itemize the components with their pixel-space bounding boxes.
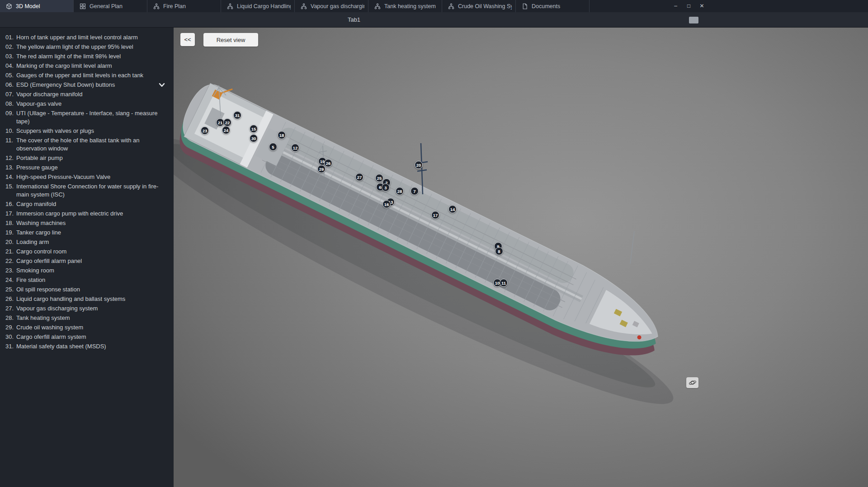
tab-general-plan[interactable]: General Plan (74, 0, 147, 12)
ship-marker-26[interactable]: 26 (324, 159, 332, 167)
tab-3d-model[interactable]: 3D Model (0, 0, 74, 12)
ship-marker-18[interactable]: 18 (278, 131, 286, 139)
tab-documents[interactable]: Documents (516, 0, 590, 12)
system-icon (153, 3, 160, 9)
minimize-button[interactable]: – (669, 0, 682, 12)
viewport-3d[interactable]: 23 24 21 22 31 15 30 18 5 12 19 26 29 27… (174, 28, 868, 487)
sidebar-item-27[interactable]: 27. Vapour gas discharging system (0, 304, 174, 313)
sidebar-equipment-list: 01. Horn of tank upper and limit level c… (0, 28, 174, 487)
ship-3d-model (174, 28, 868, 487)
content-area: 01. Horn of tank upper and limit level c… (0, 28, 868, 487)
sidebar-item-19[interactable]: 19. Tanker cargo line (0, 228, 174, 237)
sidebar-item-17[interactable]: 17. Immersion cargo pump with electric d… (0, 209, 174, 218)
sidebar-item-22[interactable]: 22. Cargo oferfill alarm panel (0, 256, 174, 266)
tabs: 3D Model General Pl (0, 0, 590, 12)
sidebar-item-21[interactable]: 21. Cargo control room (0, 247, 174, 256)
sidebar-item-18[interactable]: 18. Washing machines (0, 218, 174, 228)
maximize-button[interactable]: □ (682, 0, 695, 12)
ship-marker-16[interactable]: 16 (382, 200, 391, 208)
sidebar-item-10[interactable]: 10. Scuppers with valves or plugs (0, 126, 174, 136)
sidebar-item-15[interactable]: 15. International Shore Connection for w… (0, 182, 174, 199)
tab-liquid-cargo-handling[interactable]: Liquid Cargo Handling (221, 0, 295, 12)
system-icon (300, 3, 307, 9)
sidebar-item-3[interactable]: 03. The red alarm light of the limit 98%… (0, 52, 174, 61)
ship-marker-30[interactable]: 30 (250, 134, 258, 142)
ship-marker-23[interactable]: 23 (201, 126, 209, 135)
ship-marker-11[interactable]: 11 (500, 279, 508, 287)
sidebar-item-11[interactable]: 11. The cover of the hole of the ballast… (0, 136, 174, 153)
sidebar-item-8[interactable]: 08. Vapour-gas valve (0, 99, 174, 108)
tab-vapour-gas-discharging[interactable]: Vapour gas discharging (295, 0, 368, 12)
ship-marker-7[interactable]: 7 (410, 187, 419, 195)
ship-marker-14[interactable]: 14 (448, 205, 457, 213)
tab-fire-plan[interactable]: Fire Plan (147, 0, 221, 12)
sidebar-item-25[interactable]: 25. Oil spill response station (0, 285, 174, 294)
sidebar-item-4[interactable]: 04. Marking of the cargo limit level ala… (0, 61, 174, 70)
ship-marker-28[interactable]: 28 (396, 187, 404, 195)
tab-crude-oil-washing-sys[interactable]: Crude Oil Washing Sys (442, 0, 516, 12)
tab-tank-heating-system[interactable]: Tank heating system (368, 0, 442, 12)
cube-icon (5, 3, 12, 9)
sidebar-item-12[interactable]: 12. Portable air pump (0, 153, 174, 163)
ship-marker-20[interactable]: 20 (415, 161, 423, 169)
sidebar-item-9[interactable]: 09. UTI (Ullage - Temperature - Interfac… (0, 108, 174, 126)
grid-icon (79, 3, 86, 9)
system-icon (374, 3, 381, 9)
sidebar-item-2[interactable]: 02. The yellow alarm light of the upper … (0, 42, 174, 52)
sidebar-item-29[interactable]: 29. Crude oil washing system (0, 323, 174, 332)
sidebar-item-20[interactable]: 20. Loading arm (0, 237, 174, 247)
sidebar-item-5[interactable]: 05. Gauges of the upper and limit levels… (0, 70, 174, 80)
collapse-sidebar-button[interactable]: << (180, 33, 195, 46)
sidebar-item-6[interactable]: 06. ESD (Emergency Shut Down) buttons (0, 80, 174, 89)
ship-marker-12[interactable]: 12 (291, 144, 299, 152)
subheader-action-button[interactable] (689, 17, 698, 23)
reset-view-button[interactable]: Reset view (203, 33, 258, 47)
sidebar-item-13[interactable]: 13. Pressure gauge (0, 163, 174, 172)
ship-marker-17[interactable]: 17 (431, 211, 439, 219)
subtab-tab1[interactable]: Tab1 (341, 12, 367, 28)
ship-marker-25[interactable]: 25 (375, 174, 383, 182)
ship-marker-27[interactable]: 27 (355, 173, 363, 181)
sidebar-item-30[interactable]: 30. Cargo oferfill alarm system (0, 332, 174, 342)
ship-marker-15[interactable]: 15 (250, 125, 258, 133)
orbit-icon (688, 379, 697, 387)
sidebar-item-24[interactable]: 24. Fire station (0, 275, 174, 285)
sidebar-item-7[interactable]: 07. Vapor discharge manifold (0, 89, 174, 99)
ship-marker-3[interactable]: 3 (382, 183, 390, 192)
system-icon (226, 3, 233, 9)
tanker-ship (174, 65, 710, 432)
window-controls: – □ ✕ (669, 0, 708, 12)
orbit-control-button[interactable] (686, 377, 698, 388)
sidebar-item-23[interactable]: 23. Smoking room (0, 266, 174, 275)
ship-marker-24[interactable]: 24 (222, 126, 230, 134)
sidebar-item-16[interactable]: 16. Cargo manifold (0, 199, 174, 209)
sidebar-item-1[interactable]: 01. Horn of tank upper and limit level c… (0, 33, 174, 42)
sidebar-item-14[interactable]: 14. High-speed Pressure-Vacuum Valve (0, 172, 174, 182)
sidebar-item-26[interactable]: 26. Liquid cargo handling and ballast sy… (0, 294, 174, 304)
document-icon (521, 3, 528, 9)
subheader: Tab1 (0, 12, 868, 28)
bow-mast (630, 231, 634, 264)
sidebar-item-28[interactable]: 28. Tank heating system (0, 313, 174, 323)
ship-marker-8[interactable]: 8 (495, 247, 503, 255)
ship-marker-29[interactable]: 29 (317, 165, 326, 173)
tab-bar: 3D Model General Pl (0, 0, 868, 12)
system-icon (448, 3, 454, 9)
app-window: 3D Model General Pl (0, 0, 868, 487)
sidebar-item-31[interactable]: 31. Material safety data sheet (MSDS) (0, 342, 174, 351)
ship-marker-31[interactable]: 31 (233, 111, 241, 119)
close-button[interactable]: ✕ (695, 0, 708, 12)
chevron-down-icon[interactable] (157, 81, 166, 89)
ship-marker-22[interactable]: 22 (223, 118, 231, 126)
ship-marker-5[interactable]: 5 (269, 143, 277, 151)
